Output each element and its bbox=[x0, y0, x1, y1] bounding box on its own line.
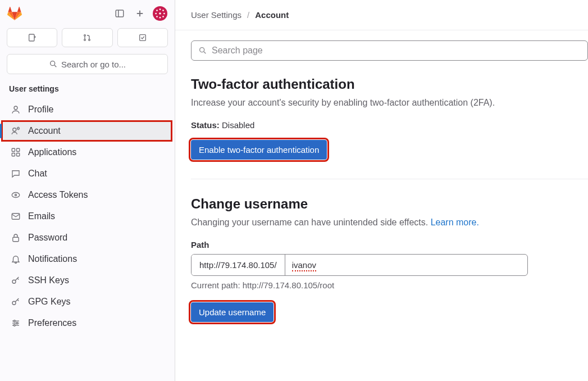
nav-label: Profile bbox=[28, 105, 53, 115]
sidebar-item-notifications[interactable]: Notifications bbox=[2, 250, 172, 269]
search-label: Search or go to... bbox=[61, 60, 126, 69]
svg-point-16 bbox=[89, 39, 90, 41]
svg-point-7 bbox=[156, 16, 158, 17]
sidebar-top bbox=[0, 0, 175, 26]
twofa-title: Two-factor authentication bbox=[191, 76, 588, 92]
svg-point-15 bbox=[84, 39, 86, 41]
svg-rect-26 bbox=[17, 153, 20, 156]
nav-label: Notifications bbox=[28, 254, 77, 264]
quick-buttons bbox=[0, 26, 175, 52]
sidebar-item-applications[interactable]: Applications bbox=[2, 143, 172, 162]
search-icon bbox=[198, 46, 207, 55]
nav-label: Access Tokens bbox=[28, 190, 88, 200]
path-label: Path bbox=[191, 240, 588, 250]
search-placeholder: Search page bbox=[212, 46, 263, 56]
twofa-status: Status: Disabled bbox=[191, 120, 588, 130]
change-username-desc: Changing your username can have unintend… bbox=[191, 217, 588, 228]
change-username-title: Change username bbox=[191, 196, 588, 212]
update-username-button[interactable]: Update username bbox=[191, 302, 274, 322]
svg-point-38 bbox=[13, 324, 15, 326]
sidebar-item-chat[interactable]: Chat bbox=[2, 164, 172, 183]
svg-point-21 bbox=[13, 128, 16, 131]
status-label: Status: bbox=[191, 120, 220, 130]
svg-point-31 bbox=[12, 280, 16, 283]
nav-label: Chat bbox=[28, 169, 47, 179]
svg-rect-30 bbox=[13, 237, 19, 242]
status-value: Disabled bbox=[222, 120, 254, 130]
svg-point-37 bbox=[16, 323, 18, 324]
key-icon bbox=[10, 297, 21, 307]
nav-section-title: User settings bbox=[0, 81, 175, 99]
svg-rect-0 bbox=[116, 10, 124, 17]
nav-label: GPG Keys bbox=[28, 297, 71, 307]
nav-label: Emails bbox=[28, 211, 55, 221]
panel-icon[interactable] bbox=[112, 6, 127, 21]
path-input-group: http://79.174.80.105/ ivanov bbox=[191, 254, 528, 276]
breadcrumb-sep: / bbox=[247, 10, 249, 20]
svg-rect-24 bbox=[17, 148, 20, 151]
search-page-input[interactable]: Search page bbox=[191, 40, 588, 61]
svg-rect-25 bbox=[12, 153, 15, 156]
twofa-desc: Increase your account's security by enab… bbox=[191, 98, 588, 108]
svg-rect-23 bbox=[12, 148, 15, 151]
svg-line-19 bbox=[54, 65, 56, 67]
svg-point-14 bbox=[84, 35, 86, 37]
svg-point-36 bbox=[13, 320, 15, 322]
sidebar-item-gpg-keys[interactable]: GPG Keys bbox=[2, 292, 172, 311]
svg-point-4 bbox=[159, 12, 161, 15]
user-icon bbox=[10, 105, 21, 115]
token-icon bbox=[10, 190, 21, 200]
nav-label: SSH Keys bbox=[28, 275, 69, 285]
merge-requests-button[interactable] bbox=[62, 28, 112, 47]
svg-point-6 bbox=[162, 10, 164, 11]
breadcrumb-root[interactable]: User Settings bbox=[191, 10, 241, 20]
nav-label: Account bbox=[28, 126, 61, 136]
svg-point-11 bbox=[155, 13, 157, 15]
user-avatar[interactable] bbox=[152, 6, 168, 21]
todos-button[interactable] bbox=[117, 28, 168, 47]
sidebar-item-access-tokens[interactable]: Access Tokens bbox=[2, 185, 172, 205]
svg-point-8 bbox=[162, 16, 164, 17]
chat-icon bbox=[10, 169, 21, 179]
svg-point-22 bbox=[17, 128, 19, 129]
svg-point-9 bbox=[159, 8, 161, 10]
bell-icon bbox=[10, 254, 21, 264]
svg-point-32 bbox=[12, 301, 16, 305]
sidebar-item-password[interactable]: Password bbox=[2, 228, 172, 247]
issues-button[interactable] bbox=[7, 28, 57, 47]
svg-rect-17 bbox=[139, 35, 145, 41]
svg-point-5 bbox=[156, 10, 158, 11]
breadcrumb-current: Account bbox=[255, 10, 289, 20]
enable-2fa-button[interactable]: Enable two-factor authentication bbox=[191, 140, 327, 160]
gitlab-logo[interactable] bbox=[7, 6, 22, 21]
applications-icon bbox=[10, 147, 21, 157]
preferences-icon bbox=[10, 318, 21, 328]
search-or-go-to[interactable]: Search or go to... bbox=[7, 54, 168, 74]
sidebar-item-emails[interactable]: Emails bbox=[2, 207, 172, 226]
sidebar-item-ssh-keys[interactable]: SSH Keys bbox=[2, 271, 172, 290]
learn-more-link[interactable]: Learn more. bbox=[431, 217, 479, 227]
sidebar: Search or go to... User settings Profile… bbox=[0, 0, 175, 381]
svg-point-27 bbox=[12, 193, 20, 198]
svg-point-39 bbox=[200, 48, 204, 52]
plus-icon[interactable] bbox=[132, 6, 148, 21]
svg-line-40 bbox=[204, 52, 206, 53]
divider bbox=[191, 179, 588, 179]
svg-point-18 bbox=[51, 61, 55, 66]
nav-label: Preferences bbox=[28, 318, 76, 328]
svg-point-10 bbox=[159, 17, 161, 19]
main-content: User Settings / Account Search page Two-… bbox=[175, 0, 588, 381]
breadcrumb: User Settings / Account bbox=[175, 0, 588, 30]
mail-icon bbox=[10, 211, 21, 221]
path-prefix: http://79.174.80.105/ bbox=[192, 255, 285, 275]
nav-label: Applications bbox=[28, 147, 76, 157]
sidebar-item-profile[interactable]: Profile bbox=[2, 100, 172, 119]
key-icon bbox=[10, 275, 21, 285]
current-path: Current path: http://79.174.80.105/root bbox=[191, 280, 588, 290]
username-input[interactable]: ivanov bbox=[285, 255, 527, 275]
svg-point-20 bbox=[14, 106, 17, 110]
nav-label: Password bbox=[28, 233, 67, 243]
svg-rect-13 bbox=[29, 34, 34, 41]
sidebar-item-preferences[interactable]: Preferences bbox=[2, 314, 172, 333]
sidebar-item-account[interactable]: Account bbox=[2, 121, 171, 140]
